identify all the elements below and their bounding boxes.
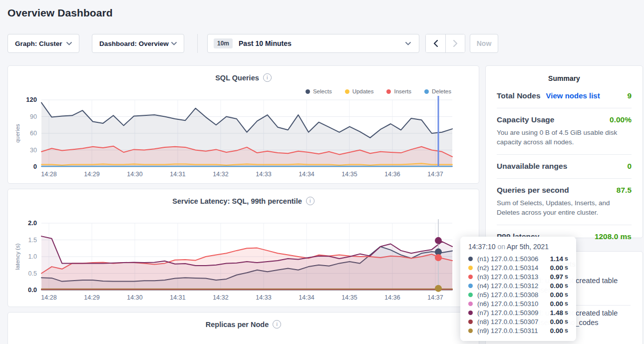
tooltip-node-address: (n1) 127.0.0.1:50306	[477, 255, 538, 263]
svg-text:14:33: 14:33	[256, 171, 271, 178]
summary-value: 9	[627, 91, 632, 100]
info-icon[interactable]: i	[273, 320, 281, 329]
time-step-buttons	[425, 34, 465, 53]
summary-value: 87.5	[617, 186, 632, 195]
summary-label: Unavailable ranges	[497, 162, 567, 171]
summary-row-unavailable-ranges: Unavailable ranges 0	[497, 155, 632, 179]
summary-value: 0	[627, 162, 632, 171]
svg-text:14:31: 14:31	[170, 171, 185, 178]
tooltip-value: 0.00	[550, 327, 563, 335]
graph-select[interactable]: Graph: Cluster	[7, 34, 79, 53]
tooltip-unit: s	[565, 291, 568, 298]
svg-text:30: 30	[30, 147, 37, 154]
tooltip-row: (n1) 127.0.0.1:503061.14s	[468, 254, 568, 263]
series-color-dot	[468, 329, 473, 333]
summary-row-total-nodes: Total Nodes View nodes list 9	[497, 84, 632, 108]
graph-select-label: Graph: Cluster	[15, 40, 62, 47]
svg-text:0.0: 0.0	[28, 286, 37, 294]
tooltip-unit: s	[565, 318, 568, 325]
toolbar-divider	[197, 34, 198, 53]
svg-text:14:29: 14:29	[84, 294, 99, 301]
svg-text:14:34: 14:34	[299, 171, 314, 178]
tooltip-timestamp: 14:37:10 on Apr 5th, 2021	[468, 243, 568, 251]
tooltip-row: (n8) 127.0.0.1:503070.00s	[468, 317, 568, 326]
sql-queries-chart[interactable]: 14:2814:2914:3014:3114:3214:3314:3414:35…	[8, 92, 480, 179]
svg-text:14:36: 14:36	[384, 294, 400, 301]
series-color-dot	[468, 257, 473, 261]
page-title: Overview Dashboard	[7, 7, 113, 19]
time-range-label: Past 10 Minutes	[239, 39, 292, 47]
tooltip-row: (n5) 127.0.0.1:503080.00s	[468, 290, 568, 299]
svg-text:14:33: 14:33	[256, 294, 271, 301]
time-next-button[interactable]	[445, 34, 465, 52]
summary-row-capacity-usage: Capacity Usage 0.00% You are using 0 B o…	[497, 108, 632, 155]
info-icon[interactable]: i	[306, 197, 315, 205]
series-color-dot	[468, 275, 473, 279]
tooltip-node-address: (n3) 127.0.0.1:50313	[477, 273, 538, 281]
series-color-dot	[468, 266, 473, 270]
tooltip-unit: s	[565, 255, 568, 262]
chevron-right-icon	[453, 40, 458, 47]
svg-text:14:31: 14:31	[170, 294, 185, 301]
replicas-per-node-panel: Replicas per Node i	[7, 312, 479, 344]
chart-hover-tooltip: 14:37:10 on Apr 5th, 2021 (n1) 127.0.0.1…	[460, 237, 576, 341]
svg-text:0: 0	[33, 163, 37, 170]
chevron-down-icon	[171, 42, 177, 45]
svg-text:90: 90	[30, 113, 37, 120]
sql-queries-panel: SQL Queries i SelectsUpdatesInsertsDelet…	[7, 65, 479, 184]
time-prev-button[interactable]	[426, 34, 445, 52]
overview-dashboard-page: Overview Dashboard Graph: Cluster Dashbo…	[0, 0, 644, 344]
tooltip-value: 0.00	[550, 300, 563, 308]
time-range-picker[interactable]: 10m Past 10 Minutes	[207, 34, 419, 53]
tooltip-value: 0.00	[550, 282, 563, 290]
series-color-dot	[468, 302, 473, 306]
tooltip-unit: s	[565, 309, 568, 316]
tooltip-time: 14:37:10	[468, 243, 496, 251]
svg-text:2.0: 2.0	[28, 219, 37, 227]
svg-text:14:28: 14:28	[41, 294, 56, 301]
summary-value: 0.00%	[610, 115, 632, 124]
summary-row-queries-per-second: Queries per second 87.5 Sum of Selects, …	[497, 179, 632, 225]
summary-label: Capacity Usage	[497, 115, 554, 124]
tooltip-unit: s	[565, 327, 568, 334]
svg-text:14:30: 14:30	[127, 294, 142, 301]
svg-text:14:35: 14:35	[341, 294, 357, 301]
svg-text:14:35: 14:35	[341, 171, 357, 178]
tooltip-value: 1.48	[550, 309, 563, 317]
summary-description: Sum of Selects, Updates, Inserts, and De…	[497, 198, 632, 217]
tooltip-node-address: (n2) 127.0.0.1:50314	[477, 264, 538, 272]
svg-text:14:34: 14:34	[299, 294, 314, 301]
service-latency-chart[interactable]: 14:2814:2914:3014:3114:3214:3314:3414:35…	[8, 215, 480, 303]
tooltip-node-address: (n5) 127.0.0.1:50308	[477, 291, 538, 299]
chevron-down-icon	[66, 42, 72, 45]
view-nodes-list-link[interactable]: View nodes list	[546, 91, 600, 100]
svg-text:14:37: 14:37	[427, 294, 443, 301]
tooltip-node-address: (n9) 127.0.0.1:50311	[477, 327, 538, 335]
chevron-left-icon	[433, 40, 438, 47]
info-icon[interactable]: i	[263, 73, 272, 82]
tooltip-unit: s	[565, 264, 568, 271]
tooltip-row: (n9) 127.0.0.1:503110.00s	[468, 326, 568, 335]
tooltip-row: (n6) 127.0.0.1:503100.00s	[468, 299, 568, 308]
chart-title: SQL Queries	[215, 74, 259, 82]
tooltip-node-address: (n8) 127.0.0.1:50307	[477, 318, 538, 326]
svg-text:1.5: 1.5	[28, 237, 37, 244]
svg-text:14:28: 14:28	[41, 171, 56, 178]
tooltip-row: (n3) 127.0.0.1:503130.97s	[468, 272, 568, 281]
tooltip-row: (n7) 127.0.0.1:503091.48s	[468, 308, 568, 317]
summary-title: Summary	[497, 74, 632, 82]
svg-text:14:30: 14:30	[127, 171, 142, 178]
tooltip-row: (n2) 127.0.0.1:503140.00s	[468, 263, 568, 272]
svg-text:14:32: 14:32	[213, 294, 228, 301]
tooltip-value: 0.00	[550, 318, 563, 326]
summary-label: Total Nodes	[497, 91, 541, 100]
dashboard-select-label: Dashboard: Overview	[99, 40, 169, 47]
tooltip-unit: s	[565, 300, 568, 307]
dashboard-select[interactable]: Dashboard: Overview	[92, 34, 184, 53]
svg-text:1.0: 1.0	[28, 253, 37, 260]
chart-title: Replicas per Node	[206, 321, 269, 329]
summary-label: Queries per second	[497, 186, 569, 195]
tooltip-unit: s	[565, 282, 568, 289]
now-button[interactable]: Now	[470, 34, 498, 53]
tooltip-date: Apr 5th, 2021	[507, 243, 549, 251]
